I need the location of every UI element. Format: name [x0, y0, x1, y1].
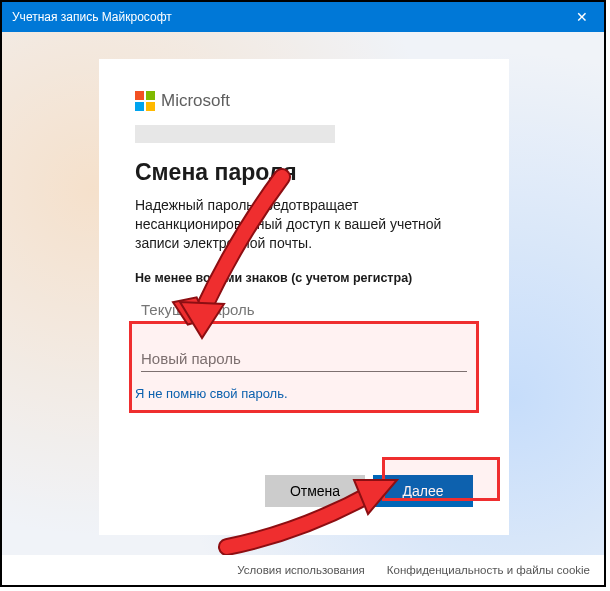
new-password-input[interactable]	[141, 344, 467, 372]
microsoft-logo-icon	[135, 91, 155, 111]
privacy-link[interactable]: Конфиденциальность и файлы cookie	[387, 564, 590, 576]
forgot-password-link[interactable]: Я не помню свой пароль.	[135, 386, 288, 401]
password-hint: Не менее восьми знаков (с учетом регистр…	[135, 271, 473, 285]
description-text: Надежный пароль предотвращает несанкцион…	[135, 196, 473, 253]
current-password-input[interactable]	[141, 295, 467, 324]
title-bar: Учетная запись Майкрософт ✕	[2, 2, 604, 32]
next-button[interactable]: Далее	[373, 475, 473, 507]
dialog-card: Microsoft Смена пароля Надежный пароль п…	[99, 59, 509, 535]
cancel-button[interactable]: Отмена	[265, 475, 365, 507]
terms-link[interactable]: Условия использования	[237, 564, 365, 576]
footer-links: Условия использования Конфиденциальность…	[2, 555, 604, 585]
window-title: Учетная запись Майкрософт	[2, 10, 172, 24]
account-email-redacted	[135, 125, 335, 143]
close-icon[interactable]: ✕	[559, 2, 604, 32]
page-title: Смена пароля	[135, 159, 473, 186]
brand-row: Microsoft	[135, 91, 473, 111]
brand-name: Microsoft	[161, 91, 230, 111]
password-fields-group	[135, 293, 473, 372]
button-row: Отмена Далее	[265, 475, 473, 507]
